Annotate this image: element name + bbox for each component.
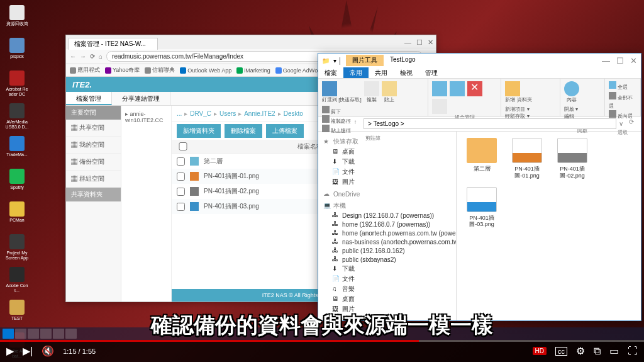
cc-button[interactable]: cc (555, 347, 567, 356)
tree-item[interactable]: 🖧nas-business (anortech.powernas.com.tw … (321, 237, 453, 246)
desktop-icon[interactable]: PCMan (5, 201, 29, 232)
title-tab[interactable]: TestLogo (384, 55, 422, 66)
file-item[interactable]: PN-401插圖-02.png (553, 138, 591, 179)
bookmark-item[interactable]: Outlook Web App (180, 67, 231, 74)
tree-item[interactable]: 🖧public (sixbaynas2) (321, 255, 453, 264)
tree-root[interactable]: ▸ annie-win10.ITE2.CC (125, 110, 167, 125)
back-button[interactable]: ← (70, 53, 76, 60)
action-button[interactable]: 刪除檔案 (225, 124, 262, 138)
mute-button[interactable]: 🔇 (42, 345, 54, 357)
action-button[interactable]: 上傳檔案 (266, 124, 304, 138)
browser-titlebar[interactable]: 檔案管理 - ITE2 NAS-W... — ☐ ✕ (66, 35, 436, 49)
forward-button[interactable]: → (80, 53, 86, 60)
quality-badge[interactable]: HD (533, 347, 547, 355)
tree-item[interactable]: 🖧public (192.168.0.162) (321, 246, 453, 255)
file-item[interactable]: PN-401插圖-01.png (508, 138, 546, 179)
tree-item[interactable]: 📄文件 (321, 274, 453, 284)
ribbon-cut[interactable]: 剪下 (322, 106, 351, 115)
tree-item[interactable]: 🖼圖片 (321, 177, 453, 187)
desktop-icon[interactable]: Spotify (5, 169, 29, 199)
ribbon-newitem[interactable]: 新增項目 ▾ (505, 106, 529, 113)
ribbon-paste[interactable]: 貼上 (382, 96, 397, 103)
file-checkbox[interactable] (177, 173, 185, 181)
breadcrumb-item[interactable]: DRV_C (190, 110, 211, 117)
browser-tab[interactable]: 檔案管理 - ITE2 NAS-W... (69, 38, 158, 50)
desktop-icon[interactable]: AVerMedia USB3.0 D... (5, 103, 29, 133)
explorer-titlebar[interactable]: 📁 ▾ │ 圖片工具TestLogo — ☐ ✕ (318, 54, 641, 67)
menu-item[interactable]: 檢視 (394, 67, 419, 78)
breadcrumb-item[interactable]: Deskto (284, 110, 303, 117)
ribbon-props[interactable] (564, 81, 579, 96)
close-button[interactable]: ✕ (428, 38, 433, 47)
select-all-checkbox[interactable] (177, 142, 189, 150)
bookmark-item[interactable]: Yahoo奇摩 (105, 66, 140, 74)
menu-item[interactable]: 管理 (419, 67, 444, 78)
sidebar-item[interactable]: ▦ 我的空間 (66, 137, 121, 154)
tree-item[interactable]: 📄文件 (321, 167, 453, 177)
action-button[interactable]: 新增資料夾 (177, 124, 221, 138)
tree-item[interactable]: 🖥桌面 (321, 147, 453, 157)
ribbon-rename[interactable] (432, 99, 447, 114)
ribbon-selectall[interactable]: 全選 (609, 81, 636, 92)
ribbon-newfolder[interactable] (505, 81, 520, 96)
maximize-button[interactable]: ☐ (416, 38, 423, 47)
bookmark-item[interactable]: 應用程式 (70, 66, 100, 74)
title-tab[interactable]: 圖片工具 (346, 55, 384, 66)
reload-button[interactable]: ⟳ (90, 53, 95, 60)
desktop-icon[interactable]: Acrobat Reader DC (5, 71, 29, 101)
play-button[interactable]: ▶ (6, 345, 14, 357)
tree-item[interactable]: 💻本機 (321, 201, 453, 211)
tree-item[interactable]: 🖥桌面 (321, 294, 453, 304)
tree-item[interactable]: ☁OneDrive (321, 189, 453, 198)
file-item[interactable]: 第二層 (463, 138, 501, 179)
bookmark-item[interactable]: iMarketing (236, 67, 270, 74)
tree-item[interactable]: ⬇下載 (321, 264, 453, 274)
tree-item[interactable]: ⬇下載 (321, 157, 453, 167)
breadcrumb-item[interactable]: Users (219, 110, 236, 117)
ribbon-move[interactable] (432, 81, 447, 96)
ribbon-open[interactable]: 開啟 ▾ (564, 106, 584, 113)
menu-item[interactable]: 共用 (369, 67, 394, 78)
breadcrumb-item[interactable]: ... (177, 110, 182, 117)
file-item[interactable]: PN-401插圖-03.png (463, 187, 501, 229)
bookmark-item[interactable]: 信箱聯典 (145, 66, 175, 74)
tree-item[interactable]: ♫音樂 (321, 284, 453, 294)
miniplayer-icon[interactable]: ⧉ (594, 346, 601, 357)
maximize-button[interactable]: ☐ (616, 56, 624, 65)
sidebar-item[interactable]: ▦ 群組空間 (66, 171, 121, 188)
close-button[interactable]: ✕ (630, 56, 637, 65)
menu-item[interactable]: 檔案 (318, 67, 343, 78)
ribbon-selectnone[interactable]: 全部不選 (609, 92, 636, 111)
tree-item[interactable]: 🖧home (192.168.0.7 (powernas)) (321, 220, 453, 229)
minimize-button[interactable]: — (602, 56, 610, 65)
sidebar-item[interactable]: ▦ 備份空間 (66, 154, 121, 171)
ite2-tab[interactable]: 檔案管理 (66, 92, 112, 105)
settings-icon[interactable]: ⚙ (576, 345, 585, 357)
file-checkbox[interactable] (177, 157, 185, 166)
desktop-icon[interactable]: 資源回收筒 (5, 5, 29, 35)
file-checkbox[interactable] (177, 203, 185, 211)
breadcrumb-item[interactable]: Annie.ITE2 (244, 110, 275, 117)
tree-item[interactable]: ★快速存取 (321, 137, 453, 147)
fullscreen-icon[interactable]: ⛶ (628, 346, 638, 357)
ribbon-copy2[interactable] (450, 81, 465, 96)
next-button[interactable]: ▶| (23, 345, 33, 357)
home-button[interactable]: ⌂ (99, 53, 103, 60)
menu-item[interactable]: 常用 (343, 67, 369, 78)
sidebar-item[interactable]: ▦ 共享空間 (66, 120, 121, 137)
tree-item[interactable]: 🖧Design (192.168.0.7 (powernas)) (321, 211, 453, 220)
refresh-button[interactable]: ⟳ (626, 118, 637, 130)
desktop-icon[interactable]: Adobe Cont... (5, 267, 29, 297)
path-input[interactable]: > TestLogo > (364, 118, 616, 129)
desktop-icon[interactable]: TradeMa... (5, 136, 29, 166)
ribbon-delete[interactable]: ✕ (467, 81, 482, 96)
ribbon-pin[interactable]: 釘選到 [快速存取] (322, 96, 362, 103)
tree-item[interactable]: 🖧home (anortech.powernas.com.tw (powerna… (321, 229, 453, 237)
desktop-icon[interactable]: Project My Screen App (5, 234, 29, 264)
progress-bar[interactable] (0, 340, 644, 342)
back-button[interactable]: ← (322, 118, 333, 130)
file-checkbox[interactable] (177, 188, 185, 196)
forward-button[interactable]: → (336, 118, 347, 130)
ribbon-copy[interactable]: 複製 (364, 96, 379, 103)
theater-icon[interactable]: ▭ (609, 345, 619, 357)
